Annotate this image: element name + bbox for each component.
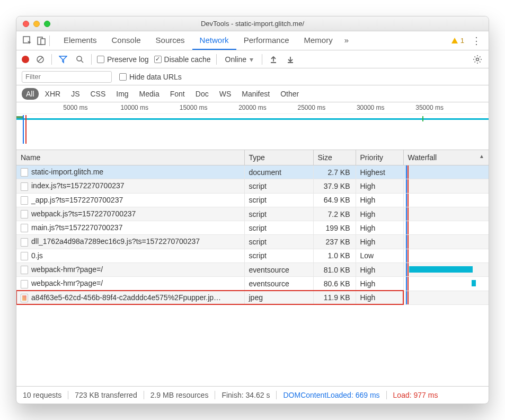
type-filter-img[interactable]: Img — [112, 88, 132, 100]
cell-type: document — [244, 165, 313, 179]
wf-load-line — [407, 263, 409, 276]
file-icon — [21, 224, 28, 232]
table-row[interactable]: static-import.glitch.medocument2.7 KBHig… — [16, 165, 489, 179]
cell-size: 80.6 KB — [313, 277, 356, 291]
table-row[interactable]: index.js?ts=1572270700237script37.9 KBHi… — [16, 179, 489, 193]
table-row[interactable]: webpack-hmr?page=/eventsource81.0 KBHigh — [16, 263, 489, 277]
status-requests: 10 requests — [23, 391, 68, 399]
search-icon[interactable] — [74, 54, 86, 65]
timeline-ticks: 5000 ms 10000 ms 15000 ms 20000 ms 25000… — [16, 102, 489, 114]
wf-bar — [409, 266, 473, 273]
cell-priority: High — [356, 221, 403, 235]
type-filter-font[interactable]: Font — [166, 88, 189, 100]
main-tabs-row: Elements Console Sources Network Perform… — [16, 31, 489, 50]
table-row[interactable]: a84f63e5-62cd-456b-89f4-c2adddc4e575%2Fp… — [16, 291, 489, 304]
network-toolbar: Preserve log Disable cache Online ▾ — [16, 50, 489, 68]
col-size[interactable]: Size — [313, 150, 356, 165]
type-filter-js[interactable]: JS — [67, 88, 84, 100]
wf-dcl-line — [406, 179, 407, 192]
timeline-track — [16, 114, 489, 145]
cell-name: main.js?ts=1572270700237 — [16, 221, 244, 235]
kebab-menu-icon[interactable]: ⋮ — [469, 35, 483, 47]
type-filter-doc[interactable]: Doc — [191, 88, 213, 100]
hide-data-urls-checkbox[interactable]: Hide data URLs — [119, 73, 182, 81]
col-type[interactable]: Type — [244, 150, 313, 165]
wf-bar — [472, 280, 476, 286]
checkbox-icon — [119, 73, 127, 81]
throttling-select[interactable]: Online ▾ — [222, 55, 256, 64]
cell-name: static-import.glitch.me — [16, 165, 244, 179]
wf-dcl-line — [406, 291, 407, 304]
record-button[interactable] — [22, 56, 29, 63]
cell-type: script — [244, 249, 313, 262]
cell-size: 11.9 KB — [313, 291, 356, 304]
divider — [51, 54, 52, 65]
filter-toggle-icon[interactable] — [57, 54, 69, 65]
type-filter-ws[interactable]: WS — [215, 88, 236, 100]
disable-cache-checkbox[interactable]: Disable cache — [154, 55, 211, 64]
preserve-log-checkbox[interactable]: Preserve log — [97, 55, 149, 64]
filter-row: Hide data URLs — [16, 68, 489, 85]
wf-load-line — [407, 221, 409, 234]
type-filter-manifest[interactable]: Manifest — [237, 88, 274, 100]
export-har-icon[interactable] — [285, 54, 296, 65]
tab-elements[interactable]: Elements — [56, 31, 104, 50]
type-filter-all[interactable]: All — [22, 88, 39, 100]
col-waterfall[interactable]: Waterfall▲ — [403, 150, 489, 165]
timeline-overview[interactable]: 5000 ms 10000 ms 15000 ms 20000 ms 25000… — [16, 102, 489, 150]
cell-size: 37.9 KB — [313, 179, 356, 193]
tab-performance[interactable]: Performance — [236, 31, 297, 50]
more-tabs-button[interactable]: » — [340, 31, 353, 50]
wf-load-line — [407, 194, 409, 207]
table-row[interactable]: webpack-hmr?page=/eventsource80.6 KBHigh — [16, 277, 489, 291]
tab-sources[interactable]: Sources — [148, 31, 192, 50]
file-icon — [21, 168, 28, 177]
col-name[interactable]: Name — [16, 150, 244, 165]
status-finish: Finish: 34.62 s — [215, 391, 277, 399]
type-filter-css[interactable]: CSS — [86, 88, 110, 100]
clear-button[interactable] — [34, 54, 46, 65]
filter-input[interactable] — [22, 71, 112, 83]
cell-priority: High — [356, 193, 403, 207]
wf-dcl-line — [406, 249, 407, 262]
type-filter-other[interactable]: Other — [276, 88, 303, 100]
status-bar: 10 requests 723 KB transferred 2.9 MB re… — [16, 387, 489, 404]
wf-load-line — [407, 179, 409, 192]
cell-name: dll_1762a4d98a7289ec16c9.js?ts=157227070… — [16, 235, 244, 249]
table-row[interactable]: webpack.js?ts=1572270700237script7.2 KBH… — [16, 207, 489, 221]
tab-console[interactable]: Console — [104, 31, 148, 50]
checkbox-checked-icon — [154, 56, 162, 63]
cell-size: 2.7 KB — [313, 165, 356, 179]
warnings-badge[interactable]: 1 — [451, 37, 464, 45]
device-toolbar-icon[interactable] — [36, 35, 47, 47]
cell-type: script — [244, 235, 313, 249]
cell-type: script — [244, 221, 313, 235]
cell-waterfall — [403, 235, 489, 249]
cell-size: 81.0 KB — [313, 263, 356, 277]
tab-network[interactable]: Network — [192, 31, 236, 50]
file-icon — [21, 294, 28, 302]
svg-line-4 — [38, 57, 42, 62]
cell-size: 7.2 KB — [313, 207, 356, 221]
table-row[interactable]: _app.js?ts=1572270700237script64.9 KBHig… — [16, 193, 489, 207]
table-row[interactable]: dll_1762a4d98a7289ec16c9.js?ts=157227070… — [16, 235, 489, 249]
cell-name: webpack.js?ts=1572270700237 — [16, 207, 244, 221]
panel-tabs: Elements Console Sources Network Perform… — [56, 31, 353, 50]
table-row[interactable]: 0.jsscript1.0 KBLow — [16, 249, 489, 262]
cell-name: _app.js?ts=1572270700237 — [16, 193, 244, 207]
type-filter-xhr[interactable]: XHR — [41, 88, 65, 100]
cell-priority: High — [356, 207, 403, 221]
file-icon — [21, 280, 28, 288]
table-row[interactable]: main.js?ts=1572270700237script199 KBHigh — [16, 221, 489, 235]
inspect-element-icon[interactable] — [22, 35, 33, 47]
tab-memory[interactable]: Memory — [297, 31, 340, 50]
svg-line-6 — [81, 60, 83, 63]
cell-size: 64.9 KB — [313, 193, 356, 207]
settings-icon[interactable] — [472, 54, 483, 65]
type-filter-media[interactable]: Media — [135, 88, 164, 100]
warning-icon — [451, 37, 458, 45]
cell-type: script — [244, 179, 313, 193]
import-har-icon[interactable] — [268, 54, 279, 65]
col-priority[interactable]: Priority — [356, 150, 403, 165]
wf-load-line — [407, 207, 409, 221]
